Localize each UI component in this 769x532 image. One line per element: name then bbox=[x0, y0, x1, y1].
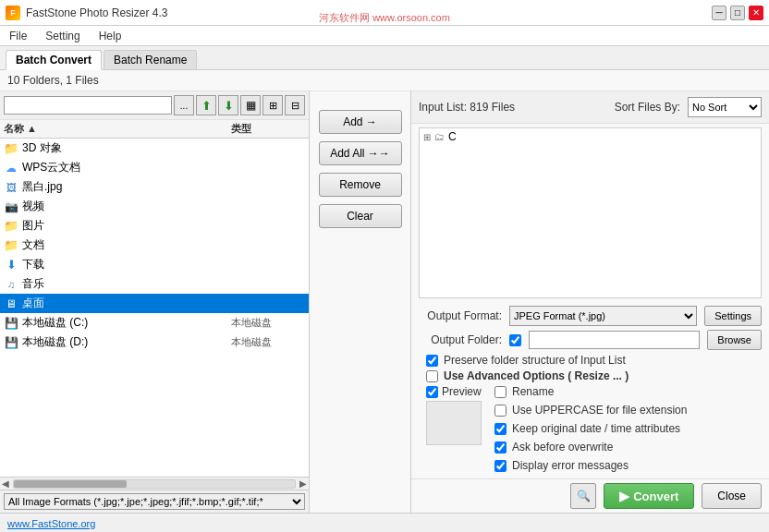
file-name: 视频 bbox=[22, 199, 231, 214]
preview-checkbox[interactable] bbox=[426, 386, 438, 398]
add-all-button[interactable]: Add All →→ bbox=[319, 141, 402, 165]
minimize-button[interactable]: ─ bbox=[712, 6, 726, 20]
drive-icon: 🗂 bbox=[434, 131, 445, 142]
uppercase-checkbox[interactable] bbox=[494, 405, 507, 417]
output-folder-input[interactable] bbox=[529, 331, 700, 349]
menu-file[interactable]: File bbox=[6, 28, 31, 44]
tab-batch-convert[interactable]: Batch Convert bbox=[6, 50, 102, 70]
list-item[interactable]: 📁 3D 对象 bbox=[0, 139, 309, 158]
list-item[interactable]: 📁 文档 bbox=[0, 236, 309, 255]
video-icon: 📷 bbox=[4, 200, 18, 214]
image-file-icon: 🖼 bbox=[4, 180, 18, 195]
path-input[interactable] bbox=[4, 96, 172, 115]
file-name: 3D 对象 bbox=[22, 140, 231, 156]
scroll-right-button[interactable]: ▶ bbox=[298, 478, 309, 489]
input-item-label: C bbox=[448, 130, 457, 143]
input-list-item: ⊞ 🗂 C bbox=[420, 128, 761, 145]
format-filter-bar: All Image Formats (*.jpg;*.jpe;*.jpeg;*.… bbox=[0, 490, 309, 513]
file-name: 音乐 bbox=[22, 276, 231, 292]
file-count: 10 Folders, 1 Files bbox=[7, 74, 99, 87]
scroll-track[interactable] bbox=[13, 479, 296, 489]
close-button[interactable]: ✕ bbox=[749, 6, 763, 20]
checkbox-display-errors: Display error messages bbox=[494, 459, 687, 472]
list-item[interactable]: 💾 本地磁盘 (C:) 本地磁盘 bbox=[0, 313, 309, 332]
advanced-options-label: Use Advanced Options ( Resize ... ) bbox=[444, 369, 629, 382]
clear-button[interactable]: Clear bbox=[319, 204, 402, 228]
list-item[interactable]: 🖥 桌面 bbox=[0, 294, 309, 313]
desktop-icon: 🖥 bbox=[4, 296, 18, 311]
file-type: 本地磁盘 bbox=[231, 316, 305, 330]
maximize-button[interactable]: □ bbox=[730, 6, 745, 20]
horizontal-scrollbar[interactable]: ◀ ▶ bbox=[0, 477, 309, 490]
options-area: Output Format: JPEG Format (*.jpg) PNG F… bbox=[411, 302, 769, 478]
list-item[interactable]: ⬇ 下载 bbox=[0, 255, 309, 274]
folder-icon: 📁 bbox=[4, 219, 18, 234]
output-folder-checkbox[interactable] bbox=[509, 334, 521, 346]
menu-setting[interactable]: Setting bbox=[42, 28, 83, 44]
preserve-structure-checkbox[interactable] bbox=[426, 355, 438, 367]
file-name: 本地磁盘 (D:) bbox=[22, 334, 231, 350]
action-buttons-panel: Add → Add All →→ Remove Clear bbox=[310, 91, 411, 513]
list-item[interactable]: 📷 视频 bbox=[0, 197, 309, 216]
rename-checkbox[interactable] bbox=[494, 386, 507, 398]
add-button[interactable]: Add → bbox=[319, 110, 402, 134]
play-icon: ▶ bbox=[619, 489, 629, 503]
file-type: 本地磁盘 bbox=[231, 335, 305, 349]
settings-button[interactable]: Settings bbox=[704, 306, 762, 326]
sort-select[interactable]: No Sort Name Date bbox=[688, 97, 762, 117]
browse-path-button[interactable]: ... bbox=[174, 95, 194, 115]
toolbar-icon2[interactable]: ⬇ bbox=[218, 95, 238, 115]
menu-help[interactable]: Help bbox=[95, 28, 126, 44]
file-list: 📁 3D 对象 ☁ WPS云文档 🖼 黑白.jpg 📷 视频 📁 bbox=[0, 139, 309, 477]
file-name: WPS云文档 bbox=[22, 160, 231, 175]
download-icon: ⬇ bbox=[4, 258, 18, 272]
display-errors-checkbox[interactable] bbox=[494, 460, 507, 472]
advanced-options-checkbox[interactable] bbox=[426, 370, 438, 382]
website-link[interactable]: www.FastStone.org bbox=[7, 518, 95, 529]
drive-icon: 💾 bbox=[4, 316, 18, 331]
info-bar: 10 Folders, 1 Files bbox=[0, 70, 769, 91]
toolbar-icon3[interactable]: ▦ bbox=[240, 95, 261, 115]
search-icon-button[interactable]: 🔍 bbox=[570, 483, 596, 509]
checkbox-ask-overwrite: Ask before overwrite bbox=[494, 441, 687, 453]
preserve-structure-label: Preserve folder structure of Input List bbox=[444, 354, 626, 367]
expand-icon: ⊞ bbox=[423, 132, 431, 142]
main-area: ... ⬆ ⬇ ▦ ⊞ ⊟ 名称 ▲ 类型 📁 3D 对象 ☁ WPS云文档 bbox=[0, 91, 769, 513]
app-title: FastStone Photo Resizer 4.3 bbox=[26, 6, 167, 19]
tab-batch-rename[interactable]: Batch Rename bbox=[104, 50, 197, 69]
rename-label: Rename bbox=[512, 385, 554, 398]
list-item[interactable]: ☁ WPS云文档 bbox=[0, 158, 309, 177]
window-controls: ─ □ ✕ bbox=[712, 6, 763, 20]
file-list-header: 名称 ▲ 类型 bbox=[0, 120, 309, 139]
drive-icon: 💾 bbox=[4, 335, 18, 350]
convert-button[interactable]: ▶ Convert bbox=[604, 483, 694, 509]
keep-date-checkbox[interactable] bbox=[494, 423, 507, 435]
scroll-left-button[interactable]: ◀ bbox=[0, 478, 11, 489]
preview-row: Preview bbox=[426, 385, 491, 398]
ask-overwrite-checkbox[interactable] bbox=[494, 441, 507, 453]
keep-date-label: Keep original date / time attributes bbox=[512, 422, 680, 435]
input-list-box[interactable]: ⊞ 🗂 C bbox=[419, 127, 762, 298]
list-item[interactable]: 📁 图片 bbox=[0, 216, 309, 236]
remove-button[interactable]: Remove bbox=[319, 173, 402, 197]
file-name: 文档 bbox=[22, 237, 231, 253]
folder-icon: 📁 bbox=[4, 238, 18, 253]
browser-toolbar: ... ⬆ ⬇ ▦ ⊞ ⊟ bbox=[0, 91, 309, 120]
toolbar-icon1[interactable]: ⬆ bbox=[196, 95, 216, 115]
file-browser-panel: ... ⬆ ⬇ ▦ ⊞ ⊟ 名称 ▲ 类型 📁 3D 对象 ☁ WPS云文档 bbox=[0, 91, 310, 513]
output-folder-row: Output Folder: Browse bbox=[419, 330, 762, 350]
browse-button[interactable]: Browse bbox=[707, 330, 762, 350]
format-filter-select[interactable]: All Image Formats (*.jpg;*.jpe;*.jpeg;*.… bbox=[4, 493, 305, 510]
list-item[interactable]: 💾 本地磁盘 (D:) 本地磁盘 bbox=[0, 332, 309, 352]
close-action-button[interactable]: Close bbox=[702, 483, 762, 509]
preview-image-area bbox=[426, 401, 482, 445]
toolbar-icon5[interactable]: ⊟ bbox=[285, 95, 305, 115]
toolbar-icon4[interactable]: ⊞ bbox=[262, 95, 283, 115]
output-format-select[interactable]: JPEG Format (*.jpg) PNG Format (*.png) B… bbox=[509, 306, 697, 326]
list-item[interactable]: 🖼 黑白.jpg bbox=[0, 177, 309, 197]
search-icon: 🔍 bbox=[577, 490, 591, 502]
checkbox-rename: Rename bbox=[494, 385, 687, 398]
scroll-thumb bbox=[14, 480, 127, 488]
input-list-label: Input List: 819 Files bbox=[419, 101, 515, 114]
list-item[interactable]: ♫ 音乐 bbox=[0, 274, 309, 294]
